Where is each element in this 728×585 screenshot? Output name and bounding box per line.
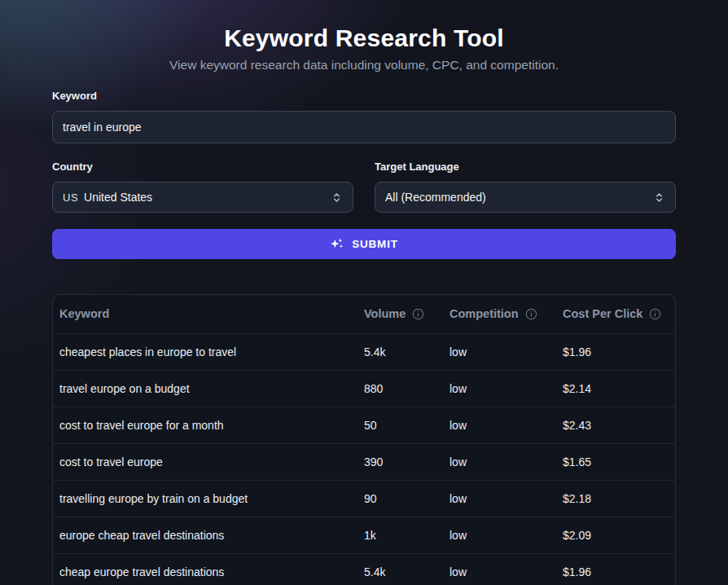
cell-competition: low: [443, 333, 556, 370]
cell-keyword: travel europe on a budget: [53, 370, 357, 407]
cell-cpc: $2.43: [556, 407, 676, 443]
chevron-up-down-icon: [331, 191, 343, 204]
keyword-label: Keyword: [52, 90, 676, 102]
language-select[interactable]: All (Recommended): [375, 182, 676, 213]
country-label: Country: [52, 161, 353, 173]
sparkles-icon: [330, 237, 344, 252]
us-flag-icon: US: [63, 191, 78, 204]
language-selected-value: All (Recommended): [385, 191, 486, 204]
table-row[interactable]: travel europe on a budget 880 low $2.14: [53, 370, 676, 407]
cell-keyword: europe cheap travel destinations: [53, 517, 357, 553]
cell-keyword: cost to travel europe: [53, 443, 357, 480]
column-header-volume: Volume: [357, 295, 443, 333]
chevron-up-down-icon: [653, 191, 665, 204]
table-row[interactable]: cheapest places in europe to travel 5.4k…: [53, 333, 676, 370]
cell-cpc: $1.96: [556, 553, 676, 585]
cell-competition: low: [443, 517, 556, 553]
table-body: cheapest places in europe to travel 5.4k…: [53, 333, 676, 585]
cell-keyword: travelling europe by train on a budget: [53, 480, 357, 517]
cell-competition: low: [443, 370, 556, 407]
cell-competition: low: [443, 480, 556, 517]
cell-volume: 1k: [357, 517, 443, 553]
cell-keyword: cost to travel europe for a month: [53, 407, 357, 443]
main-content: Keyword Country US United States Target …: [0, 90, 728, 585]
submit-label: SUBMIT: [352, 238, 398, 250]
table-row[interactable]: cost to travel europe for a month 50 low…: [53, 407, 676, 443]
info-circle-icon[interactable]: [525, 308, 537, 320]
cell-competition: low: [443, 443, 556, 480]
cell-keyword: cheap europe travel destinations: [53, 553, 357, 585]
table-row[interactable]: cost to travel europe 390 low $1.65: [53, 443, 676, 480]
page-header: Keyword Research Tool View keyword resea…: [0, 0, 728, 73]
page-title: Keyword Research Tool: [0, 24, 728, 52]
country-selected-value: United States: [84, 191, 152, 204]
language-label: Target Language: [375, 161, 676, 173]
column-header-cpc: Cost Per Click: [556, 295, 676, 333]
cell-volume: 50: [357, 407, 443, 443]
keyword-input[interactable]: [52, 111, 676, 143]
submit-button[interactable]: SUBMIT: [52, 229, 676, 259]
info-circle-icon[interactable]: [649, 308, 661, 320]
cell-competition: low: [443, 553, 556, 585]
table-row[interactable]: cheap europe travel destinations 5.4k lo…: [53, 553, 676, 585]
table-header-row: Keyword Volume: [53, 295, 676, 333]
cell-cpc: $2.18: [556, 480, 676, 517]
cell-volume: 880: [357, 370, 443, 407]
cell-cpc: $1.65: [556, 443, 676, 480]
results-table: Keyword Volume: [52, 294, 676, 585]
cell-competition: low: [443, 407, 556, 443]
cell-keyword: cheapest places in europe to travel: [53, 333, 357, 370]
cell-volume: 390: [357, 443, 443, 480]
page-subtitle: View keyword research data including vol…: [0, 58, 728, 73]
country-select[interactable]: US United States: [52, 182, 353, 213]
column-header-competition: Competition: [443, 295, 556, 333]
info-circle-icon[interactable]: [412, 308, 424, 320]
column-header-keyword: Keyword: [53, 295, 357, 333]
cell-cpc: $2.14: [556, 370, 676, 407]
cell-cpc: $2.09: [556, 517, 676, 553]
table-row[interactable]: travelling europe by train on a budget 9…: [53, 480, 676, 517]
cell-volume: 5.4k: [357, 333, 443, 370]
cell-cpc: $1.96: [556, 333, 676, 370]
cell-volume: 90: [357, 480, 443, 517]
table-row[interactable]: europe cheap travel destinations 1k low …: [53, 517, 676, 553]
cell-volume: 5.4k: [357, 553, 443, 585]
